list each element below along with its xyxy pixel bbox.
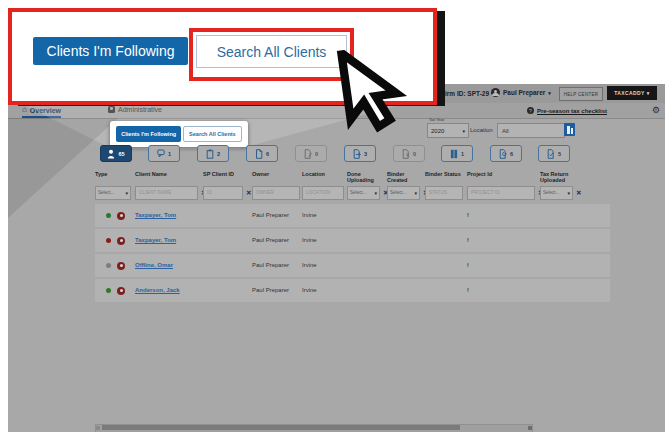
filter-owner: OWNER✕	[252, 186, 308, 199]
callout-shadow	[8, 118, 118, 218]
scroll-right-button[interactable]	[528, 426, 532, 431]
badge-document-check[interactable]: 5	[538, 145, 570, 162]
badge-columns[interactable]: 1	[441, 145, 473, 162]
project-id-cell: f	[467, 237, 469, 243]
filter-placeholder: Select...	[98, 190, 114, 195]
search-all-clients-button-large[interactable]: Search All Clients	[196, 35, 347, 68]
chevron-down-icon: ▾	[125, 190, 128, 196]
column-header-binder-created: Binder Created	[387, 171, 423, 183]
table-row: Taxpayer, TomPaul PreparerIrvinef	[95, 229, 610, 252]
badge-clipboard[interactable]: 2	[197, 145, 229, 162]
client-type-icon	[117, 287, 125, 295]
column-header-client-name: Client Name	[135, 171, 197, 177]
badge-person[interactable]: 65	[100, 145, 132, 162]
badge-count: 2	[217, 151, 220, 157]
filter-input[interactable]: OWNER	[252, 186, 300, 200]
mouse-cursor-icon	[326, 40, 424, 143]
filter-placeholder: LOCATION	[306, 190, 330, 195]
user-menu[interactable]: Paul Preparer ▾	[491, 88, 551, 97]
filter-tax-return-uploaded: Select...▾✕	[540, 186, 581, 199]
filter-input[interactable]: ID	[203, 186, 243, 200]
badge-count: 5	[558, 151, 561, 157]
clear-filter-icon[interactable]: ✕	[246, 189, 251, 197]
filter-placeholder: CLIENT NAME	[139, 190, 171, 195]
filter-type: Select...▾✕	[95, 186, 139, 199]
filter-placeholder: Select...	[350, 190, 366, 195]
tax-year-select[interactable]: 2020 ▾	[427, 123, 469, 138]
table-row: Anderson, JackPaul PreparerIrvinef	[95, 279, 610, 302]
document-icon	[255, 149, 263, 159]
help-center-button[interactable]: HELP CENTER	[559, 87, 603, 101]
column-header-location: Location	[302, 171, 342, 177]
following-toggle-button[interactable]: Clients I'm Following	[116, 126, 181, 142]
document-edit-icon	[304, 149, 312, 159]
badge-document-edit[interactable]: 0	[295, 145, 327, 162]
project-id-cell: f	[467, 212, 469, 218]
filter-placeholder: STATUS	[429, 190, 447, 195]
location-cell: Irvine	[302, 262, 317, 268]
pre-season-checklist-link[interactable]: ? Pre-season tax checklist	[527, 107, 607, 114]
badge-document-refresh[interactable]: 6	[490, 145, 522, 162]
badge-count: 3	[364, 151, 367, 157]
document-check-icon	[547, 149, 555, 159]
taxcaddy-menu-button[interactable]: TAXCADDY ▾	[607, 86, 657, 100]
location-input[interactable]: All	[497, 123, 565, 138]
filter-input[interactable]: CLIENT NAME	[135, 186, 198, 200]
badge-count: 0	[315, 151, 318, 157]
tax-year-label: Tax Year	[429, 117, 444, 122]
scroll-left-button[interactable]	[96, 426, 100, 431]
filter-project-id: PROJECT ID✕	[467, 186, 543, 199]
search-all-toggle-button[interactable]: Search All Clients	[183, 126, 242, 142]
client-type-icon	[117, 212, 125, 220]
horizontal-scrollbar[interactable]	[95, 424, 533, 432]
scrollbar-thumb[interactable]	[102, 425, 460, 430]
filter-location: LOCATION✕	[302, 186, 352, 199]
badge-count: 1	[168, 151, 171, 157]
filter-select[interactable]: Select...▾	[347, 186, 380, 200]
filter-input[interactable]: STATUS	[425, 186, 463, 200]
directory-icon[interactable]	[564, 123, 575, 136]
filter-done-uploading: Select...▾✕	[347, 186, 388, 199]
client-name-link[interactable]: Offline, Omar	[135, 262, 173, 268]
filter-input[interactable]: LOCATION	[302, 186, 344, 200]
filter-placeholder: OWNER	[256, 190, 274, 195]
clear-filter-icon[interactable]: ✕	[576, 189, 581, 197]
filter-select[interactable]: Select...▾	[540, 186, 573, 200]
column-header-done-uploading: Done Uploading	[347, 171, 385, 183]
filter-select[interactable]: Select...▾	[387, 186, 420, 200]
client-name-link[interactable]: Anderson, Jack	[135, 287, 180, 293]
tax-year-value: 2020	[431, 128, 444, 134]
filter-binder-created: Select...▾✕	[387, 186, 428, 199]
filter-placeholder: Select...	[543, 190, 559, 195]
badge-document-arrow[interactable]: 3	[344, 145, 376, 162]
taxcaddy-label: TAXCADDY	[614, 90, 645, 96]
owner-cell: Paul Preparer	[252, 212, 289, 218]
badge-document-x[interactable]: 0	[393, 145, 425, 162]
chevron-down-icon: ▾	[374, 190, 377, 196]
person-icon	[107, 149, 115, 159]
location-cell: Irvine	[302, 237, 317, 243]
question-icon: ?	[527, 107, 534, 114]
owner-cell: Paul Preparer	[252, 287, 289, 293]
client-name-link[interactable]: Taxpayer, Tom	[135, 237, 176, 243]
status-dot-green	[106, 288, 111, 293]
filter-client-name: CLIENT NAME✕	[135, 186, 206, 199]
document-x-icon	[402, 149, 410, 159]
filter-input[interactable]: PROJECT ID	[467, 186, 535, 200]
badge-document[interactable]: 6	[246, 145, 278, 162]
clipboard-icon	[206, 149, 214, 159]
badge-chat[interactable]: 1	[148, 145, 180, 162]
following-button-large[interactable]: Clients I'm Following	[33, 37, 188, 65]
chevron-down-icon: ▾	[567, 190, 570, 196]
screenshot-stage: Part of Thomson Reuters B·L Firm ID: SPT…	[0, 0, 665, 432]
filter-binder-status: STATUS✕	[425, 186, 471, 199]
user-name: Paul Preparer	[503, 89, 545, 96]
status-dot-green	[106, 213, 111, 218]
filter-select[interactable]: Select...▾	[95, 186, 131, 200]
table-row: Offline, OmarPaul PreparerIrvinef	[95, 254, 610, 277]
chevron-down-icon: ▾	[647, 90, 650, 96]
location-value: All	[502, 128, 509, 134]
owner-cell: Paul Preparer	[252, 237, 289, 243]
gear-icon[interactable]: ⚙	[652, 105, 660, 115]
client-name-link[interactable]: Taxpayer, Tom	[135, 212, 176, 218]
